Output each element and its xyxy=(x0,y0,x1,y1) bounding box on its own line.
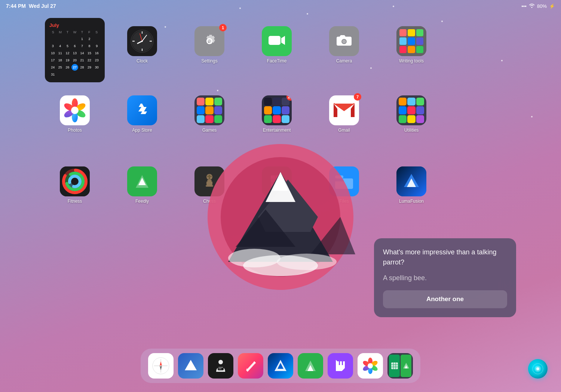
svg-marker-65 xyxy=(185,360,197,370)
dock-photos[interactable] xyxy=(358,353,383,379)
dock-feedly[interactable] xyxy=(298,353,323,379)
svg-point-20 xyxy=(71,107,79,114)
appstore-label: App Store xyxy=(132,128,152,133)
dock-todo[interactable] xyxy=(178,353,203,379)
app-writing-tools[interactable]: Writing tools xyxy=(396,26,426,64)
camera-label: Camera xyxy=(336,58,352,64)
app-facetime[interactable]: FaceTime xyxy=(262,26,292,64)
games-label: Games xyxy=(202,128,217,133)
utilities-icon xyxy=(396,95,426,125)
badge: 1 xyxy=(219,24,227,31)
joke-popup: What's more impressive than a talking pa… xyxy=(374,238,516,317)
fitness-icon xyxy=(60,166,90,196)
app-camera[interactable]: Camera xyxy=(329,26,359,64)
badge: 7 xyxy=(354,93,361,101)
svg-point-58 xyxy=(243,255,318,276)
svg-rect-68 xyxy=(218,366,224,370)
games-icon xyxy=(194,95,224,125)
entertainment-label: Entertainment xyxy=(263,128,291,133)
dock-arc[interactable] xyxy=(268,353,293,379)
date: Wed Jul 27 xyxy=(29,3,56,9)
svg-rect-86 xyxy=(391,362,398,369)
svg-point-85 xyxy=(368,363,373,368)
joke-question: What's more impressive than a talking pa… xyxy=(383,247,507,267)
dock-twitch[interactable] xyxy=(328,353,353,379)
dock-pencil[interactable] xyxy=(238,353,263,379)
app-gmail[interactable]: 7 Gmail xyxy=(329,95,359,133)
dock-safari[interactable] xyxy=(148,353,174,379)
app-fitness[interactable]: Fitness xyxy=(60,166,90,204)
settings-label: Settings xyxy=(201,58,217,64)
dock xyxy=(141,349,420,383)
fitness-label: Fitness xyxy=(68,199,82,204)
facetime-label: FaceTime xyxy=(267,58,287,64)
svg-point-67 xyxy=(218,360,223,364)
svg-point-13 xyxy=(342,40,346,43)
battery-icon: ⚡ xyxy=(549,3,555,9)
calendar-month: July xyxy=(49,22,100,28)
svg-rect-76 xyxy=(342,361,343,365)
lumafusion-icon xyxy=(396,166,426,196)
writing-tools-label: Writing tools xyxy=(399,58,424,64)
app-appstore[interactable]: App Store xyxy=(127,95,157,133)
app-entertainment[interactable]: 25 Entertainment xyxy=(262,95,292,133)
svg-rect-10 xyxy=(269,36,280,45)
photos-icon xyxy=(60,95,90,125)
entertainment-icon: 25 xyxy=(262,95,292,125)
clock-icon xyxy=(127,26,157,56)
clock-label: Clock xyxy=(137,58,148,64)
svg-marker-11 xyxy=(281,36,285,45)
app-games[interactable]: Games xyxy=(194,95,224,133)
dock-kindle[interactable] xyxy=(208,353,233,379)
appstore-icon xyxy=(127,95,157,125)
gmail-icon: 7 xyxy=(329,95,359,125)
another-one-button[interactable]: Another one xyxy=(383,290,507,308)
writing-tools-icon xyxy=(396,26,426,56)
dock-keynote[interactable] xyxy=(387,353,413,379)
feedly-icon xyxy=(127,166,157,196)
camera-icon xyxy=(329,26,359,56)
gmail-label: Gmail xyxy=(338,128,350,133)
app-feedly[interactable]: Feedly xyxy=(127,166,157,204)
siri-button[interactable] xyxy=(528,359,548,379)
app-lumafusion[interactable]: LumaFusion xyxy=(396,166,426,204)
settings-icon: 1 xyxy=(194,26,224,56)
photos-label: Photos xyxy=(68,128,82,133)
wifi-icon xyxy=(529,3,535,9)
facetime-icon xyxy=(262,26,292,56)
lumafusion-label: LumaFusion xyxy=(399,199,424,204)
calendar-grid: 12 3456789 10111213141516 17181920212223… xyxy=(49,36,100,78)
app-photos[interactable]: Photos xyxy=(60,95,90,133)
time: 7:44 PM xyxy=(6,3,26,9)
app-settings[interactable]: 1 Settings xyxy=(194,26,224,64)
app-utilities[interactable]: Utilities xyxy=(396,95,426,133)
calendar-widget[interactable]: July SMTWTFS 12 3456789 10111213141516 1… xyxy=(45,18,105,82)
status-bar: 7:44 PM Wed Jul 27 ▪▪▪ 80% ⚡ xyxy=(0,0,561,12)
app-clock[interactable]: Clock xyxy=(127,26,157,64)
battery-text: 80% xyxy=(537,3,547,9)
status-time-date: 7:44 PM Wed Jul 27 xyxy=(6,3,56,9)
svg-rect-75 xyxy=(339,361,340,365)
svg-point-93 xyxy=(536,367,539,370)
utilities-label: Utilities xyxy=(404,128,419,133)
joke-answer: A spelling bee. xyxy=(383,273,507,283)
wallpaper-decoration xyxy=(206,142,355,292)
status-indicators: ▪▪▪ 80% ⚡ xyxy=(521,3,555,9)
signal-icon: ▪▪▪ xyxy=(521,3,527,9)
calendar-days-header: SMTWTFS xyxy=(49,30,100,34)
svg-point-9 xyxy=(141,40,143,42)
feedly-label: Feedly xyxy=(135,199,149,204)
